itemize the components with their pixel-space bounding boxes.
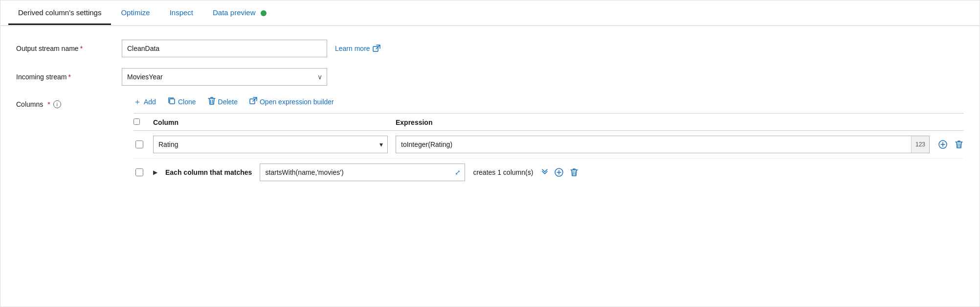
tab-inspect[interactable]: Inspect — [160, 1, 203, 25]
open-expression-builder-button[interactable]: Open expression builder — [249, 97, 334, 107]
data-preview-status-dot — [261, 10, 267, 16]
trash-icon — [208, 96, 216, 107]
pattern-input[interactable] — [260, 164, 451, 181]
expand-icon[interactable]: ▶ — [153, 169, 157, 176]
pattern-row: ▶ Each column that matches ⤢ creates 1 c… — [134, 159, 964, 186]
tab-settings[interactable]: Derived column's settings — [8, 1, 111, 25]
tab-bar: Derived column's settings Optimize Inspe… — [0, 0, 980, 26]
pattern-row-label: Each column that matches — [165, 168, 252, 176]
delete-button[interactable]: Delete — [208, 96, 238, 107]
row-delete-button[interactable] — [954, 139, 964, 150]
columns-right-panel: ＋ Add Clone — [134, 96, 964, 186]
svg-rect-1 — [170, 99, 175, 104]
creates-label: creates 1 column(s) — [473, 168, 533, 176]
select-all-checkbox[interactable] — [134, 118, 140, 125]
trash-icon — [955, 140, 963, 149]
incoming-stream-label: Incoming stream* — [16, 73, 114, 81]
incoming-stream-select[interactable]: MoviesYear — [122, 68, 327, 86]
settings-content: Output stream name* Learn more Incoming … — [0, 26, 980, 196]
columns-info-icon[interactable]: i — [53, 100, 61, 108]
pattern-row-checkbox[interactable] — [135, 168, 143, 176]
pattern-row-delete-button[interactable] — [569, 167, 579, 178]
column-select[interactable]: Rating — [153, 136, 388, 153]
header-checkbox-cell — [134, 118, 145, 126]
columns-section: Columns* i ＋ Add — [16, 96, 964, 186]
pattern-row-checkbox-cell — [134, 168, 145, 176]
learn-more-link[interactable]: Learn more — [335, 45, 380, 52]
clone-button[interactable]: Clone — [168, 97, 196, 107]
row-add-button[interactable] — [937, 139, 948, 150]
incoming-stream-select-wrapper: MoviesYear ∨ — [122, 68, 327, 86]
plus-icon — [555, 168, 563, 177]
add-button[interactable]: ＋ Add — [134, 97, 156, 107]
row-actions — [937, 139, 964, 150]
chevron-expand-button[interactable] — [541, 167, 549, 177]
plus-icon: ＋ — [134, 97, 141, 107]
column-header: Column — [153, 118, 388, 126]
column-select-wrapper: Rating ▾ — [153, 136, 388, 153]
columns-label-area: Columns* i — [16, 96, 114, 186]
expression-builder-icon — [249, 97, 257, 107]
columns-table: Column Expression Rating — [134, 113, 964, 186]
columns-toolbar: ＋ Add Clone — [134, 96, 964, 107]
table-row: Rating ▾ 123 — [134, 131, 964, 159]
expression-header: Expression — [396, 118, 964, 126]
clone-icon — [168, 97, 176, 107]
trash-icon — [570, 168, 578, 177]
incoming-stream-row: Incoming stream* MoviesYear ∨ — [16, 68, 964, 86]
output-stream-input[interactable] — [122, 40, 327, 57]
tab-data-preview[interactable]: Data preview — [203, 1, 276, 25]
expression-input[interactable] — [396, 136, 911, 153]
output-stream-row: Output stream name* Learn more — [16, 40, 964, 57]
tab-optimize[interactable]: Optimize — [111, 1, 159, 25]
row-checkbox-cell — [134, 141, 145, 148]
plus-icon — [938, 140, 947, 149]
row-checkbox[interactable] — [135, 141, 143, 148]
pattern-row-actions — [541, 167, 579, 178]
external-link-icon — [373, 45, 380, 52]
expression-field-wrapper: 123 — [396, 136, 930, 153]
double-chevron-down-icon — [541, 167, 549, 175]
pattern-row-add-button[interactable] — [554, 167, 564, 178]
table-header: Column Expression — [134, 114, 964, 131]
collapse-icon[interactable]: ⤢ — [451, 168, 465, 176]
expression-type-badge: 123 — [911, 136, 929, 153]
pattern-input-wrapper: ⤢ — [260, 164, 465, 181]
output-stream-label: Output stream name* — [16, 45, 114, 52]
main-container: Derived column's settings Optimize Inspe… — [0, 0, 980, 307]
